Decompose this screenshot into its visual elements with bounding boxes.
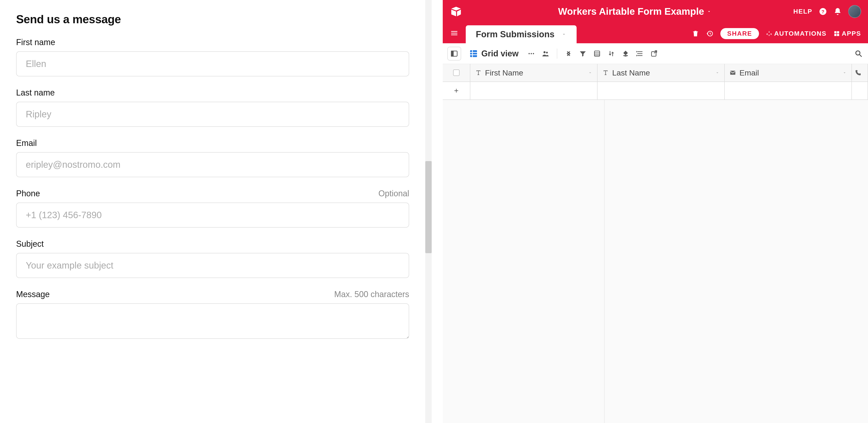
base-title[interactable]: Workers Airtable Form Example bbox=[558, 6, 704, 17]
column-menu-icon[interactable] bbox=[715, 70, 720, 75]
row-height-icon[interactable] bbox=[635, 49, 645, 58]
cell-first-name[interactable] bbox=[470, 82, 597, 100]
column-menu-icon[interactable] bbox=[842, 70, 847, 75]
share-button[interactable]: SHARE bbox=[720, 28, 759, 39]
field-email: Email bbox=[16, 138, 409, 177]
cell-phone[interactable] bbox=[852, 82, 868, 100]
tab-caret-icon[interactable] bbox=[561, 32, 566, 37]
column-menu-icon[interactable] bbox=[588, 70, 592, 75]
group-icon[interactable] bbox=[592, 49, 602, 58]
grid-body bbox=[443, 82, 868, 423]
history-icon[interactable] bbox=[706, 30, 713, 37]
last-name-label: Last name bbox=[16, 88, 55, 98]
tab-label: Form Submissions bbox=[476, 29, 555, 39]
column-last-name-label: Last Name bbox=[612, 68, 712, 77]
view-label: Grid view bbox=[482, 49, 519, 58]
text-field-icon bbox=[475, 69, 482, 76]
select-all-column[interactable] bbox=[443, 64, 470, 82]
filter-icon[interactable] bbox=[578, 49, 588, 58]
svg-rect-10 bbox=[470, 50, 477, 57]
subject-input[interactable] bbox=[16, 253, 409, 278]
svg-rect-5 bbox=[834, 34, 836, 36]
svg-line-27 bbox=[860, 55, 862, 57]
first-name-label: First name bbox=[16, 37, 55, 47]
svg-text:?: ? bbox=[822, 9, 825, 14]
apps-link[interactable]: APPS bbox=[834, 30, 861, 37]
automations-label: AUTOMATIONS bbox=[774, 30, 827, 37]
left-scrollbar-thumb[interactable] bbox=[425, 161, 432, 253]
notifications-icon[interactable] bbox=[834, 7, 842, 16]
svg-point-26 bbox=[856, 51, 860, 55]
base-title-caret-icon[interactable] bbox=[707, 9, 711, 14]
airtable-logo-icon[interactable] bbox=[450, 5, 463, 18]
help-icon[interactable]: ? bbox=[819, 7, 827, 16]
automations-link[interactable]: AUTOMATIONS bbox=[766, 30, 827, 37]
phone-hint: Optional bbox=[378, 189, 409, 199]
email-label: Email bbox=[16, 138, 37, 148]
column-first-name-label: First Name bbox=[485, 68, 585, 77]
subject-label: Subject bbox=[16, 239, 44, 249]
svg-rect-4 bbox=[837, 31, 839, 33]
grid-empty-area bbox=[443, 100, 868, 423]
toolbar-separator bbox=[557, 49, 557, 59]
search-icon[interactable] bbox=[854, 49, 863, 58]
help-link[interactable]: HELP bbox=[793, 8, 812, 15]
select-all-checkbox[interactable] bbox=[453, 69, 460, 76]
column-phone[interactable] bbox=[852, 64, 868, 82]
grid-header: First Name Last Name Email bbox=[443, 64, 868, 82]
collaborators-icon[interactable] bbox=[541, 49, 550, 58]
email-input[interactable] bbox=[16, 152, 409, 177]
text-field-icon bbox=[602, 69, 609, 76]
view-options-icon[interactable] bbox=[526, 49, 536, 58]
cell-email[interactable] bbox=[725, 82, 852, 100]
message-input[interactable] bbox=[16, 303, 409, 339]
trash-icon[interactable] bbox=[692, 30, 699, 37]
airtable-panel: Workers Airtable Form Example HELP ? bbox=[443, 0, 868, 423]
last-name-input[interactable] bbox=[16, 102, 409, 127]
cell-last-name[interactable] bbox=[597, 82, 725, 100]
field-phone: Phone Optional bbox=[16, 189, 409, 228]
airtable-topbar: Workers Airtable Form Example HELP ? bbox=[443, 0, 868, 23]
left-scrollbar-track bbox=[425, 0, 432, 423]
add-row-button[interactable] bbox=[443, 82, 470, 100]
svg-rect-6 bbox=[837, 34, 839, 36]
phone-label: Phone bbox=[16, 189, 40, 199]
column-last-name[interactable]: Last Name bbox=[597, 64, 725, 82]
field-first-name: First name bbox=[16, 37, 409, 77]
message-label: Message bbox=[16, 290, 50, 299]
share-view-icon[interactable] bbox=[649, 49, 659, 58]
form-panel: Send us a message First name Last name E… bbox=[0, 0, 425, 423]
svg-point-16 bbox=[533, 53, 534, 54]
sidebar-toggle-icon[interactable] bbox=[447, 47, 461, 61]
message-hint: Max. 500 characters bbox=[334, 290, 409, 299]
airtable-tabbar: Form Submissions SHARE AUTOMATIONS bbox=[443, 23, 868, 43]
field-message: Message Max. 500 characters bbox=[16, 290, 409, 340]
tables-menu-icon[interactable] bbox=[447, 26, 461, 40]
form-title: Send us a message bbox=[16, 13, 409, 26]
view-toolbar: Grid view bbox=[443, 43, 868, 64]
view-selector[interactable]: Grid view bbox=[466, 47, 522, 60]
svg-point-14 bbox=[529, 53, 530, 54]
svg-rect-19 bbox=[594, 51, 599, 56]
apps-label: APPS bbox=[842, 30, 861, 37]
svg-rect-9 bbox=[451, 51, 453, 56]
first-name-input[interactable] bbox=[16, 51, 409, 77]
color-icon[interactable] bbox=[621, 49, 630, 58]
field-last-name: Last name bbox=[16, 88, 409, 127]
column-first-name[interactable]: First Name bbox=[470, 64, 597, 82]
svg-rect-3 bbox=[834, 31, 836, 33]
phone-field-icon bbox=[855, 69, 862, 76]
svg-point-15 bbox=[531, 53, 532, 54]
field-subject: Subject bbox=[16, 239, 409, 278]
svg-point-17 bbox=[544, 51, 546, 53]
column-email[interactable]: Email bbox=[725, 64, 852, 82]
email-field-icon bbox=[729, 69, 736, 76]
phone-input[interactable] bbox=[16, 203, 409, 228]
user-avatar[interactable] bbox=[848, 5, 861, 18]
column-email-label: Email bbox=[739, 68, 839, 77]
sort-icon[interactable] bbox=[607, 49, 616, 58]
svg-point-18 bbox=[546, 52, 548, 53]
hide-fields-icon[interactable] bbox=[564, 49, 574, 58]
tab-form-submissions[interactable]: Form Submissions bbox=[466, 25, 577, 43]
